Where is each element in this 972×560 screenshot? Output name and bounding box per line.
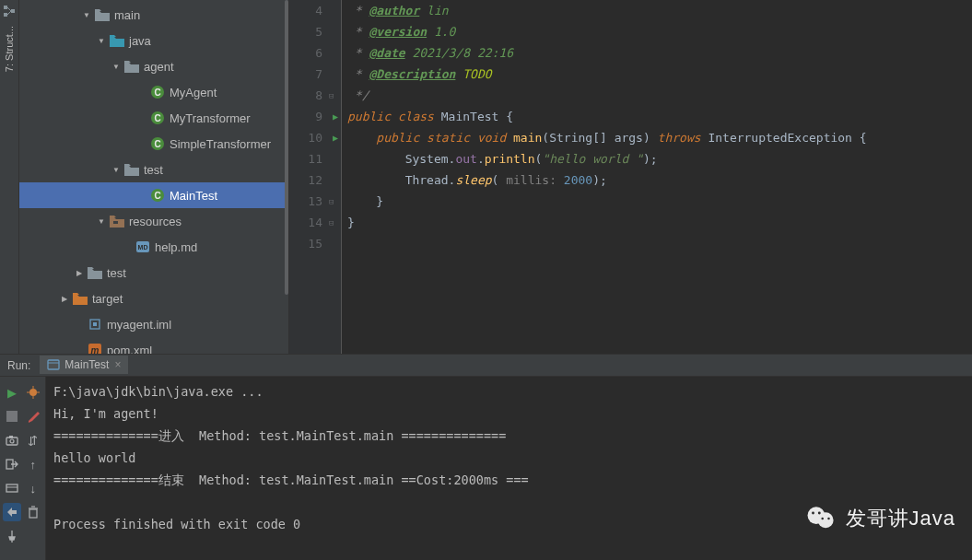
tree-item-test[interactable]: ▼test: [19, 157, 288, 182]
stop-button[interactable]: [3, 407, 21, 426]
iml-icon: [88, 318, 101, 331]
structure-icon: [2, 4, 17, 18]
svg-rect-6: [48, 360, 59, 369]
tree-arrow-icon[interactable]: ▼: [111, 166, 121, 174]
gutter-line[interactable]: 6: [289, 42, 341, 64]
project-tree[interactable]: ▼main▼java▼agentCMyAgentCMyTransformerCS…: [19, 0, 289, 354]
tree-item-test[interactable]: ▶test: [19, 260, 288, 286]
tree-label: MainTest: [170, 189, 217, 203]
svg-point-8: [29, 389, 37, 396]
up-button[interactable]: ↑: [24, 455, 42, 473]
line-number: 15: [308, 237, 322, 251]
gutter-line[interactable]: 10▶: [289, 127, 341, 148]
layout-button[interactable]: ⇵: [24, 431, 42, 449]
tree-arrow-icon[interactable]: ▼: [82, 11, 91, 19]
gutter-line[interactable]: 13⊟: [289, 191, 341, 212]
svg-point-27: [821, 518, 824, 520]
tree-item-agent[interactable]: ▼agent: [19, 53, 288, 79]
gutter-line[interactable]: 5: [289, 21, 341, 42]
folder-icon: [124, 61, 139, 73]
tree-label: test: [144, 163, 163, 177]
wechat-icon: [805, 503, 837, 534]
exit-button[interactable]: [3, 455, 21, 473]
tree-label: main: [114, 8, 140, 22]
tree-arrow-icon[interactable]: ▶: [75, 269, 84, 277]
fold-icon[interactable]: ⊟: [329, 91, 338, 100]
folder-icon: [88, 267, 102, 279]
gutter-line[interactable]: 11: [289, 148, 341, 169]
line-number: 12: [308, 173, 322, 187]
gutter-line[interactable]: 9▶: [289, 106, 341, 127]
svg-point-24: [817, 512, 833, 528]
folder-icon: [73, 293, 88, 305]
camera-button[interactable]: [3, 431, 21, 449]
tree-arrow-icon[interactable]: ▼: [97, 37, 106, 45]
svg-rect-0: [4, 6, 7, 9]
fold-icon[interactable]: ⊟: [329, 218, 338, 228]
gutter-line[interactable]: 4: [289, 0, 341, 21]
tree-label: agent: [144, 60, 174, 74]
tree-arrow-icon[interactable]: ▼: [97, 217, 106, 226]
tree-item-target[interactable]: ▶target: [19, 286, 288, 311]
tree-label: SimpleTransformer: [170, 137, 271, 151]
folder-icon: [124, 164, 139, 176]
maven-icon: m: [88, 344, 101, 354]
run-gutter-icon[interactable]: ▶: [333, 111, 338, 122]
soft-wrap-button[interactable]: [3, 503, 21, 521]
tree-label: pom.xml: [107, 344, 152, 355]
edit-config-button[interactable]: [24, 407, 42, 426]
tree-item-help-md[interactable]: MDhelp.md: [19, 234, 288, 260]
svg-rect-18: [6, 484, 18, 492]
application-icon: [47, 358, 60, 371]
dump-button[interactable]: [3, 479, 21, 497]
line-number: 9: [315, 110, 322, 123]
line-number: 6: [315, 46, 322, 60]
gutter-line[interactable]: 12: [289, 169, 341, 191]
markdown-icon: MD: [136, 241, 149, 252]
tree-item-maintest[interactable]: CMainTest: [19, 182, 288, 208]
tree-item-mytransformer[interactable]: CMyTransformer: [19, 105, 288, 131]
gutter-line[interactable]: 14⊟: [289, 212, 341, 233]
line-number: 8: [315, 88, 322, 102]
line-number: 5: [315, 25, 322, 39]
tree-label: MyTransformer: [170, 111, 251, 125]
tree-item-simpletransformer[interactable]: CSimpleTransformer: [19, 131, 288, 157]
gutter: 45678⊟9▶10▶111213⊟14⊟15: [289, 0, 341, 354]
tree-item-java[interactable]: ▼java: [19, 28, 288, 53]
svg-rect-20: [29, 509, 37, 518]
tree-item-myagent-iml[interactable]: myagent.iml: [19, 311, 288, 337]
fold-icon[interactable]: ⊟: [329, 197, 338, 206]
tree-item-myagent[interactable]: CMyAgent: [19, 79, 288, 105]
line-number: 10: [308, 131, 322, 145]
line-number: 7: [315, 67, 322, 81]
tree-item-pom-xml[interactable]: mpom.xml: [19, 337, 288, 354]
gutter-line[interactable]: 15: [289, 233, 341, 254]
down-button[interactable]: ↓: [24, 479, 42, 497]
svg-point-26: [817, 512, 820, 515]
run-gutter-icon[interactable]: ▶: [333, 133, 338, 143]
scrollbar-thumb[interactable]: [285, 0, 288, 295]
tree-label: resources: [129, 215, 182, 228]
folder-icon: [110, 35, 124, 47]
run-toolbar: ▶ ⇵ ↑ ↓: [0, 377, 46, 560]
debug-button[interactable]: [24, 383, 42, 402]
code-area[interactable]: * @author lin * @version 1.0 * @date 202…: [341, 0, 972, 354]
tree-label: target: [92, 292, 123, 306]
close-icon[interactable]: ×: [114, 358, 121, 371]
svg-rect-3: [113, 221, 118, 224]
trash-button[interactable]: [24, 503, 42, 521]
tree-arrow-icon[interactable]: ▶: [60, 295, 69, 303]
tree-item-resources[interactable]: ▼resources: [19, 208, 288, 234]
gutter-line[interactable]: 7: [289, 64, 341, 85]
tree-arrow-icon[interactable]: ▼: [111, 63, 121, 71]
pin-button[interactable]: [3, 527, 21, 545]
tree-item-main[interactable]: ▼main: [19, 2, 288, 28]
tree-label: test: [107, 266, 126, 280]
editor[interactable]: 45678⊟9▶10▶111213⊟14⊟15 * @author lin * …: [289, 0, 972, 354]
svg-rect-13: [6, 411, 18, 422]
gutter-line[interactable]: 8⊟: [289, 85, 341, 106]
run-tab[interactable]: MainTest ×: [40, 356, 128, 376]
rerun-button[interactable]: ▶: [3, 383, 21, 402]
structure-tab[interactable]: 7: Struct...: [2, 18, 17, 79]
run-label: Run:: [0, 359, 38, 372]
